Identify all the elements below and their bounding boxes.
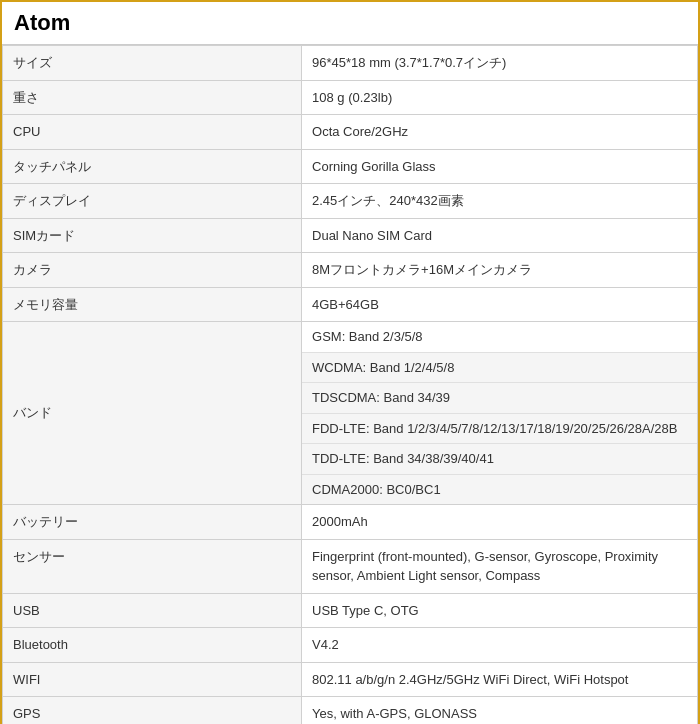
spec-value: Corning Gorilla Glass bbox=[302, 149, 698, 184]
spec-row: サイズ 96*45*18 mm (3.7*1.7*0.7インチ) bbox=[3, 46, 698, 81]
spec-row: バッテリー 2000mAh bbox=[3, 505, 698, 540]
spec-label: USB bbox=[3, 593, 302, 628]
spec-label: サイズ bbox=[3, 46, 302, 81]
spec-row: SIMカード Dual Nano SIM Card bbox=[3, 218, 698, 253]
spec-row: メモリ容量 4GB+64GB bbox=[3, 287, 698, 322]
spec-value: 802.11 a/b/g/n 2.4GHz/5GHz WiFi Direct, … bbox=[302, 662, 698, 697]
spec-value: 2000mAh bbox=[302, 505, 698, 540]
spec-label: センサー bbox=[3, 539, 302, 593]
spec-row: タッチパネル Corning Gorilla Glass bbox=[3, 149, 698, 184]
spec-value: Octa Core/2GHz bbox=[302, 115, 698, 150]
spec-label: バッテリー bbox=[3, 505, 302, 540]
spec-value: Dual Nano SIM Card bbox=[302, 218, 698, 253]
spec-value: Fingerprint (front-mounted), G-sensor, G… bbox=[302, 539, 698, 593]
spec-label: カメラ bbox=[3, 253, 302, 288]
band-value: CDMA2000: BC0/BC1 bbox=[302, 474, 698, 505]
spec-label: 重さ bbox=[3, 80, 302, 115]
spec-value: 4GB+64GB bbox=[302, 287, 698, 322]
spec-value: 8Mフロントカメラ+16Mメインカメラ bbox=[302, 253, 698, 288]
spec-value: Yes, with A-GPS, GLONASS bbox=[302, 697, 698, 725]
spec-row: CPU Octa Core/2GHz bbox=[3, 115, 698, 150]
spec-label: タッチパネル bbox=[3, 149, 302, 184]
spec-label: GPS bbox=[3, 697, 302, 725]
band-row: バンド GSM: Band 2/3/5/8 bbox=[3, 322, 698, 353]
spec-value: V4.2 bbox=[302, 628, 698, 663]
spec-label: SIMカード bbox=[3, 218, 302, 253]
band-value: FDD-LTE: Band 1/2/3/4/5/7/8/12/13/17/18/… bbox=[302, 413, 698, 444]
page-title: Atom bbox=[2, 2, 698, 45]
band-value: TDD-LTE: Band 34/38/39/40/41 bbox=[302, 444, 698, 475]
spec-label: Bluetooth bbox=[3, 628, 302, 663]
spec-value: 2.45インチ、240*432画素 bbox=[302, 184, 698, 219]
spec-value: USB Type C, OTG bbox=[302, 593, 698, 628]
spec-value: 96*45*18 mm (3.7*1.7*0.7インチ) bbox=[302, 46, 698, 81]
band-value: TDSCDMA: Band 34/39 bbox=[302, 383, 698, 414]
spec-row: センサー Fingerprint (front-mounted), G-sens… bbox=[3, 539, 698, 593]
spec-label: メモリ容量 bbox=[3, 287, 302, 322]
spec-row: GPS Yes, with A-GPS, GLONASS bbox=[3, 697, 698, 725]
spec-row: ディスプレイ 2.45インチ、240*432画素 bbox=[3, 184, 698, 219]
spec-label: ディスプレイ bbox=[3, 184, 302, 219]
spec-row: USB USB Type C, OTG bbox=[3, 593, 698, 628]
spec-row: Bluetooth V4.2 bbox=[3, 628, 698, 663]
spec-row: カメラ 8Mフロントカメラ+16Mメインカメラ bbox=[3, 253, 698, 288]
spec-label: CPU bbox=[3, 115, 302, 150]
band-label: バンド bbox=[3, 322, 302, 505]
band-value: WCDMA: Band 1/2/4/5/8 bbox=[302, 352, 698, 383]
spec-row: 重さ 108 g (0.23lb) bbox=[3, 80, 698, 115]
spec-value: 108 g (0.23lb) bbox=[302, 80, 698, 115]
band-value: GSM: Band 2/3/5/8 bbox=[302, 322, 698, 353]
spec-row: WIFI 802.11 a/b/g/n 2.4GHz/5GHz WiFi Dir… bbox=[3, 662, 698, 697]
spec-label: WIFI bbox=[3, 662, 302, 697]
